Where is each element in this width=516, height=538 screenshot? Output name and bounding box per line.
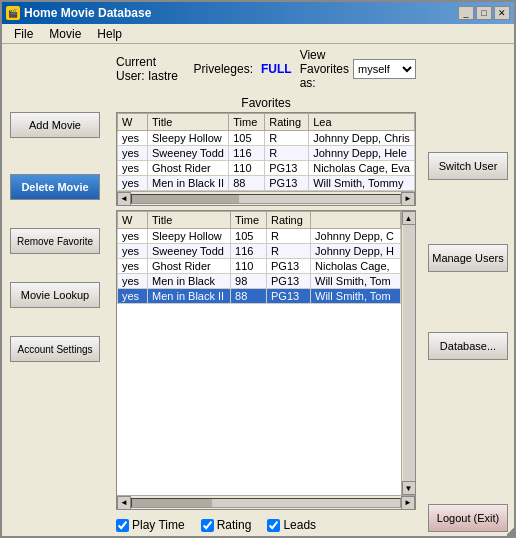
- scroll-left-btn[interactable]: ◄: [117, 192, 131, 206]
- favorites-scrollbar-h[interactable]: ◄ ►: [117, 191, 415, 205]
- playtime-label: Play Time: [132, 518, 185, 532]
- favorites-table-container: W Title Time Rating Lea yes Sleepy Hollo…: [116, 112, 416, 206]
- cell-leads: Johnny Depp, Chris: [309, 131, 415, 146]
- table-row[interactable]: yes Men in Black 98 PG13 Will Smith, Tom: [118, 274, 401, 289]
- second-scrollbar-h[interactable]: ◄ ►: [117, 495, 415, 509]
- window-title: Home Movie Database: [24, 6, 151, 20]
- table-row[interactable]: yes Sleepy Hollow 105 R Johnny Depp, C: [118, 229, 401, 244]
- leads-checkbox-label[interactable]: Leads: [267, 518, 316, 532]
- table-row[interactable]: yes Men in Black II 88 PG13 Will Smith, …: [118, 176, 415, 191]
- cell-title: Sweeney Todd: [148, 244, 231, 259]
- cell-rating: R: [267, 244, 311, 259]
- menu-bar: File Movie Help: [2, 24, 514, 44]
- view-favorites-label: View Favorites as:: [300, 48, 349, 90]
- cell-w: yes: [118, 161, 148, 176]
- table-row[interactable]: yes Sweeney Todd 116 R Johnny Depp, H: [118, 244, 401, 259]
- delete-movie-button[interactable]: Delete Movie: [10, 174, 100, 200]
- title-controls: _ □ ✕: [458, 6, 510, 20]
- cell-rating: R: [267, 229, 311, 244]
- table-row-selected[interactable]: yes Men in Black II 88 PG13 Will Smith, …: [118, 289, 401, 304]
- cell-leads: Nicholas Cage,: [311, 259, 401, 274]
- scroll-right-btn[interactable]: ►: [401, 192, 415, 206]
- cell-title: Sleepy Hollow: [148, 229, 231, 244]
- scroll-track-h[interactable]: [131, 194, 401, 204]
- favorites-table: W Title Time Rating Lea yes Sleepy Hollo…: [117, 113, 415, 191]
- cell-title: Sleepy Hollow: [148, 131, 229, 146]
- cell-leads: Will Smith, Tom: [311, 274, 401, 289]
- cell-leads: Johnny Depp, C: [311, 229, 401, 244]
- manage-users-button[interactable]: Manage Users: [428, 244, 508, 272]
- second-table-inner: W Title Time Rating yes Sle: [117, 211, 401, 495]
- minimize-button[interactable]: _: [458, 6, 474, 20]
- second-table-scrollbar-v[interactable]: ▲ ▼: [401, 211, 415, 495]
- playtime-checkbox[interactable]: [116, 519, 129, 532]
- table-row[interactable]: yes Ghost Rider 110 PG13 Nicholas Cage,: [118, 259, 401, 274]
- col2-leads: [311, 212, 401, 229]
- scroll-up-btn[interactable]: ▲: [402, 211, 416, 225]
- col2-w: W: [118, 212, 148, 229]
- cell-rating: R: [265, 146, 309, 161]
- remove-favorite-button[interactable]: Remove Favorite: [10, 228, 100, 254]
- col-leads: Lea: [309, 114, 415, 131]
- center-panel: Current User: Iastre Priveleges: FULL Vi…: [108, 44, 424, 536]
- scroll-down-btn[interactable]: ▼: [402, 481, 416, 495]
- table-row[interactable]: yes Ghost Rider 110 PG13 Nicholas Cage, …: [118, 161, 415, 176]
- cell-time: 110: [231, 259, 267, 274]
- scroll-thumb2-h[interactable]: [132, 499, 212, 507]
- switch-user-button[interactable]: Switch User: [428, 152, 508, 180]
- favorites-table-header: W Title Time Rating Lea: [118, 114, 415, 131]
- col-title: Title: [148, 114, 229, 131]
- scroll-left2-btn[interactable]: ◄: [117, 496, 131, 510]
- cell-w: yes: [118, 244, 148, 259]
- cell-time: 105: [231, 229, 267, 244]
- playtime-checkbox-label[interactable]: Play Time: [116, 518, 185, 532]
- user-bar: Current User: Iastre Priveleges: FULL Vi…: [108, 44, 424, 94]
- menu-file[interactable]: File: [6, 25, 41, 43]
- cell-w: yes: [118, 289, 148, 304]
- cell-leads: Nicholas Cage, Eva: [309, 161, 415, 176]
- movie-lookup-button[interactable]: Movie Lookup: [10, 282, 100, 308]
- menu-help[interactable]: Help: [89, 25, 130, 43]
- leads-checkbox[interactable]: [267, 519, 280, 532]
- view-favorites-select[interactable]: myself all users: [353, 59, 416, 79]
- title-bar-left: 🎬 Home Movie Database: [6, 6, 151, 20]
- rating-checkbox[interactable]: [201, 519, 214, 532]
- cell-title: Ghost Rider: [148, 259, 231, 274]
- scroll-thumb-h[interactable]: [132, 195, 239, 203]
- cell-w: yes: [118, 146, 148, 161]
- account-settings-button[interactable]: Account Settings: [10, 336, 100, 362]
- cell-time: 116: [231, 244, 267, 259]
- resize-corner[interactable]: [504, 526, 516, 538]
- cell-leads: Will Smith, Tom: [311, 289, 401, 304]
- cell-time: 105: [229, 131, 265, 146]
- scroll-track-v[interactable]: [403, 225, 415, 481]
- col-w: W: [118, 114, 148, 131]
- left-panel: Add Movie Delete Movie Remove Favorite M…: [2, 44, 108, 536]
- scroll-right2-btn[interactable]: ►: [401, 496, 415, 510]
- cell-time: 88: [229, 176, 265, 191]
- maximize-button[interactable]: □: [476, 6, 492, 20]
- cell-title: Men in Black II: [148, 289, 231, 304]
- table-row[interactable]: yes Sleepy Hollow 105 R Johnny Depp, Chr…: [118, 131, 415, 146]
- col2-title: Title: [148, 212, 231, 229]
- main-content: Add Movie Delete Movie Remove Favorite M…: [2, 44, 514, 536]
- cell-title: Men in Black: [148, 274, 231, 289]
- menu-movie[interactable]: Movie: [41, 25, 89, 43]
- add-movie-button[interactable]: Add Movie: [10, 112, 100, 138]
- cell-time: 116: [229, 146, 265, 161]
- rating-checkbox-label[interactable]: Rating: [201, 518, 252, 532]
- cell-leads: Johnny Depp, Hele: [309, 146, 415, 161]
- logout-button[interactable]: Logout (Exit): [428, 504, 508, 532]
- second-table-container: W Title Time Rating yes Sle: [116, 210, 416, 510]
- priveleges-value: FULL: [261, 62, 292, 76]
- title-bar: 🎬 Home Movie Database _ □ ✕: [2, 2, 514, 24]
- scroll-track2-h[interactable]: [131, 498, 401, 508]
- cell-rating: PG13: [265, 161, 309, 176]
- close-button[interactable]: ✕: [494, 6, 510, 20]
- cell-rating: PG13: [267, 274, 311, 289]
- cell-time: 88: [231, 289, 267, 304]
- table-row[interactable]: yes Sweeney Todd 116 R Johnny Depp, Hele: [118, 146, 415, 161]
- col-time: Time: [229, 114, 265, 131]
- database-button[interactable]: Database...: [428, 332, 508, 360]
- cell-title: Ghost Rider: [148, 161, 229, 176]
